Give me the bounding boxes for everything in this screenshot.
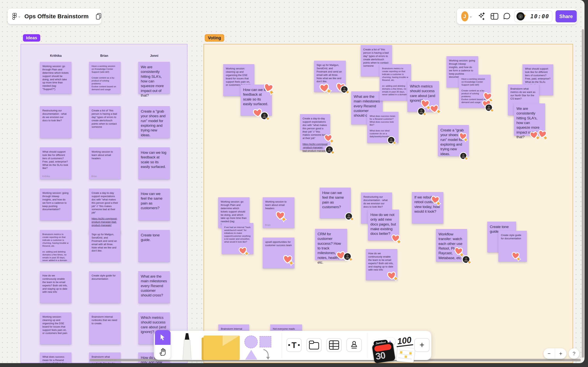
- shape-circle-tool[interactable]: [244, 335, 258, 348]
- sticky-note[interactable]: Create style guide for documentation: [498, 231, 527, 262]
- sticky-note[interactable]: We are consistently hitting SLA's, how c…: [514, 103, 545, 136]
- sticky-note[interactable]: Have a working session on Knowledge Cent…: [459, 75, 491, 108]
- sticky-note[interactable]: CRM for customer success? How to track m…: [315, 229, 347, 260]
- marker-tool[interactable]: [179, 333, 195, 360]
- sticky-note-text: Create tone guide.: [141, 233, 167, 242]
- heart-vote-sticker[interactable]: [457, 131, 468, 142]
- heart-vote-sticker[interactable]: [390, 233, 401, 244]
- sticky-note-text: What should support look like for differ…: [525, 67, 551, 87]
- sticky-note[interactable]: Brainstorm internal runbooks that we nee…: [89, 312, 121, 344]
- avatar-vote-sticker[interactable]: [417, 107, 426, 116]
- add-widget-button[interactable]: +: [414, 338, 429, 352]
- sticky-note[interactable]: Working session: go through Plain and de…: [40, 62, 71, 94]
- sticky-note[interactable]: Have a working session on Knowledge Cent…: [89, 62, 121, 94]
- sticky-note[interactable]: Workflow transfer: watch each other use …: [436, 229, 467, 262]
- avatar-vote-sticker[interactable]: [459, 152, 467, 160]
- help-button[interactable]: ?: [569, 348, 579, 359]
- sticky-note[interactable]: How do we continuously enable the team t…: [366, 249, 397, 280]
- sticky-note[interactable]: What should support look like for differ…: [40, 147, 71, 179]
- sticky-note[interactable]: Create a “grab your shoes and run” model…: [138, 106, 170, 138]
- avatar-vote-sticker[interactable]: [325, 145, 334, 154]
- sticky-note[interactable]: Working session to learn about email hea…: [89, 147, 121, 179]
- sticky-note[interactable]: What does success mean for a Resend cust…: [40, 352, 71, 363]
- sticky-note[interactable]: How can we feel the same pain as custome…: [320, 188, 351, 218]
- heart-vote-sticker[interactable]: [537, 128, 548, 140]
- avatar-vote-sticker[interactable]: [343, 252, 352, 261]
- heart-vote-sticker[interactable]: [429, 194, 441, 206]
- zoom-out-button[interactable]: −: [544, 348, 555, 359]
- chevron-down-icon[interactable]: ⌄: [17, 15, 21, 18]
- sticky-note[interactable]: Create a list of "this person is having …: [89, 106, 121, 138]
- sticky-note[interactable]: What are the main milestones every Resen…: [138, 271, 170, 303]
- heart-vote-sticker[interactable]: [282, 253, 294, 265]
- heart-vote-sticker[interactable]: [274, 210, 286, 222]
- heart-vote-sticker[interactable]: [238, 245, 248, 256]
- sticky-note[interactable]: Working session to learn about email hea…: [263, 197, 294, 228]
- sticky-note[interactable]: Brainstorm what metrics do we want as ou…: [89, 352, 121, 363]
- sticky-note[interactable]: Create tone guide.: [138, 230, 170, 262]
- avatar-vote-sticker[interactable]: [260, 111, 269, 120]
- timer-30-sticker[interactable]: 30: [372, 342, 395, 363]
- sticky-note[interactable]: How do we not only add new docs pages, b…: [368, 209, 399, 241]
- sticky-note[interactable]: Sign up for Mailgun, SendGrid, and Postm…: [89, 230, 121, 262]
- sticky-note[interactable]: How can we log feedback at scale so its …: [138, 147, 170, 179]
- sticky-note[interactable]: Sign up for Mailgun, SendGrid, and Postm…: [314, 61, 346, 92]
- sticky-note[interactable]: Brainstorm metrics to create reporting o…: [379, 64, 411, 101]
- avatar-chevron-down-icon[interactable]: ⌄: [469, 15, 472, 18]
- heart-vote-sticker[interactable]: [428, 103, 440, 115]
- comment-icon[interactable]: [503, 12, 511, 20]
- avatar-vote-sticker[interactable]: [340, 85, 349, 94]
- file-title[interactable]: Ops Offsite Brainstorm: [25, 13, 89, 20]
- stamp-tool-button[interactable]: [346, 338, 362, 352]
- avatar-vote-sticker[interactable]: [344, 212, 353, 221]
- timer-widget[interactable]: ♪ 10:00: [514, 10, 552, 22]
- sticky-note[interactable]: Working session: going through Inkeep in…: [40, 189, 71, 220]
- heart-vote-sticker[interactable]: [318, 82, 331, 94]
- avatar[interactable]: J: [461, 11, 468, 21]
- sticky-note[interactable]: upsell opportunities for customer succes…: [263, 238, 294, 268]
- ideas-section-label[interactable]: Ideas: [23, 34, 40, 42]
- sticky-note[interactable]: Create a day-to-day support expectations…: [89, 189, 121, 234]
- avatar-vote-sticker[interactable]: [387, 136, 395, 144]
- heart-vote-sticker[interactable]: [323, 133, 333, 143]
- connector-arrow-tool[interactable]: [262, 348, 272, 360]
- select-tool[interactable]: [155, 330, 170, 345]
- weekly-planner-sticker[interactable]: [396, 347, 415, 363]
- sticky-note[interactable]: How can we log feedback at scale so its …: [241, 84, 272, 116]
- sticky-note[interactable]: Brainstorm metrics to create reporting o…: [40, 230, 71, 262]
- sticky-note[interactable]: What does success mean for a Resend cust…: [367, 112, 398, 143]
- sticky-note-link[interactable]: https://a16z.com/good-product-manager-ba…: [302, 143, 328, 153]
- table-tool-button[interactable]: [327, 338, 342, 352]
- avatar-vote-sticker[interactable]: [485, 103, 493, 112]
- sticky-note[interactable]: Working session: cleaning up and organiz…: [40, 312, 71, 344]
- text-tool-button[interactable]: T: [286, 338, 302, 352]
- vertical-scrollbar[interactable]: [582, 29, 584, 358]
- sticky-note[interactable]: Create a “grab your shoes and run” model…: [438, 125, 469, 156]
- hundred-points-sticker[interactable]: 100: [395, 335, 413, 347]
- sticky-note[interactable]: Create a day-to-day support expectations…: [300, 114, 330, 150]
- sticky-note[interactable]: Create style guide for documentation: [89, 271, 121, 303]
- zoom-in-button[interactable]: +: [555, 348, 567, 359]
- sticky-note[interactable]: If we had an internal "hack week/launch …: [222, 223, 253, 254]
- section-tool-button[interactable]: [306, 338, 322, 352]
- sticky-note[interactable]: Which metrics should success care about …: [407, 81, 439, 112]
- pages-copy-icon[interactable]: [95, 13, 102, 20]
- ai-sparkle-icon[interactable]: [477, 12, 486, 21]
- sticky-note[interactable]: Restructuring our documentation - what d…: [40, 106, 71, 138]
- hand-tool[interactable]: [155, 345, 170, 359]
- share-button[interactable]: Share: [555, 10, 577, 22]
- figma-logo-icon[interactable]: [12, 13, 17, 20]
- sticky-note[interactable]: We are consistently hitting SLA's, how c…: [138, 62, 170, 94]
- shape-square-tool[interactable]: [260, 336, 271, 347]
- shape-triangle-tool[interactable]: [245, 350, 257, 360]
- heart-vote-sticker[interactable]: [386, 270, 397, 282]
- voting-section-label[interactable]: Voting: [205, 34, 224, 42]
- templates-icon[interactable]: [490, 12, 499, 20]
- sticky-note-tool[interactable]: [202, 335, 241, 360]
- sticky-note[interactable]: If we rebuilt retool customer view today…: [412, 192, 443, 224]
- avatar-vote-sticker[interactable]: [462, 255, 470, 264]
- sticky-note[interactable]: How do we continuously enable the team t…: [40, 271, 71, 303]
- sticky-note-link[interactable]: https://a16z.com/good-product-manager-ba…: [92, 217, 118, 227]
- heart-vote-sticker[interactable]: [510, 250, 521, 261]
- sticky-note[interactable]: How can we feel the same pain as custome…: [138, 189, 170, 220]
